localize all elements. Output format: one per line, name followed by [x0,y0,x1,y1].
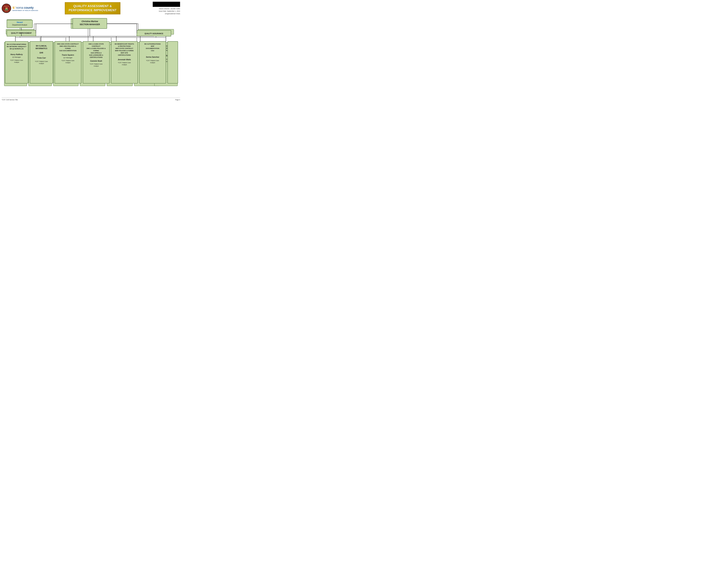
issue-date: Issue Date: September 1, 2024 [146,10,180,12]
svg-text:*CST: Patient Care: *CST: Patient Care [10,59,23,61]
svg-text:*CST: Patient Care: *CST: Patient Care [146,60,159,61]
title-banner: QUALITY ASSESSMENT & PERFORMANCE IMPROVE… [39,2,146,14]
svg-text:EHR: EHR [40,52,43,54]
svg-text:Analyst: Analyst [14,61,19,63]
svg-text:*CST: Patient Care: *CST: Patient Care [35,61,48,62]
svg-text:Serina Sanchez: Serina Sanchez [146,56,159,58]
svg-text:COUNTY OF: COUNTY OF [4,6,9,7]
dept-subtitle: DEPARTMENT OF HEALTH SERVICES [12,10,38,11]
svg-text:BH NETWORK ADEQUACY: BH NETWORK ADEQUACY [7,46,27,47]
svg-text:BH AUTHORIZATIONS: BH AUTHORIZATIONS [145,43,161,45]
svg-text:MHP STATE CONTRACT: MHP STATE CONTRACT [115,48,133,49]
svg-text:Analyst: Analyst [39,63,44,64]
svg-text:FORMS: FORMS [65,48,71,49]
svg-text:SECTION MANAGER: SECTION MANAGER [80,23,100,26]
page-title: QUALITY ASSESSMENT & PERFORMANCE IMPROVE… [69,4,116,12]
svg-point-6 [6,8,7,9]
svg-text:CSU: CSU [151,50,154,51]
svg-text:Analyst: Analyst [65,62,70,63]
svg-text:QI Manager: QI Manager [12,56,21,58]
svg-text:BH QI WORKPLAN: BH QI WORKPLAN [10,48,24,50]
county-seal: COUNTY OF SONOMA AGRICULTURE [2,4,11,13]
svg-text:MHP SITE: MHP SITE [121,52,128,54]
interim-director: Interim Director: Jennifer Solito [146,8,180,10]
svg-text:*CST: Patient Care: *CST: Patient Care [61,60,74,61]
svg-text:CONTRACT: CONTRACT [92,45,101,47]
svg-text:*CST: Patient Care: *CST: Patient Care [118,62,131,63]
page-wrapper: COUNTY OF SONOMA AGRICULTURE s○noma coun… [2,2,180,101]
org-chart-svg: Vacant Department Analyst QUALITY IMPROV… [2,17,180,99]
svg-text:Trista Carr: Trista Carr [37,57,46,59]
svg-text:Cammie Noah: Cammie Noah [90,60,102,62]
svg-text:Vacant: Vacant [17,21,23,23]
sonoma-logo: s○noma county DEPARTMENT OF HEALTH SERVI… [12,5,38,11]
svg-text:Christina Marlow: Christina Marlow [82,20,98,23]
svg-rect-87 [168,41,178,83]
svg-text:BH SYSTEM MONITORING: BH SYSTEM MONITORING [7,43,26,45]
svg-text:CERTIFICATIONS: CERTIFICATIONS [118,54,131,56]
svg-text:DOCUMENTATION: DOCUMENTATION [146,48,159,49]
svg-text:QA Manager: QA Manager [63,57,72,58]
svg-text:Jeremiah Watts: Jeremiah Watts [118,58,131,61]
svg-text:AGRICULTURE: AGRICULTURE [5,11,8,11]
svg-text:CERTIFICATIONS: CERTIFICATIONS [90,56,103,58]
svg-text:Tracie Squiers: Tracie Squiers [62,54,74,56]
header: COUNTY OF SONOMA AGRICULTURE s○noma coun… [2,2,180,15]
svg-text:QUALITY ASSURANCE: QUALITY ASSURANCE [145,33,163,35]
svg-text:Analyst: Analyst [122,64,127,66]
page-number: Page 5 [175,99,180,101]
title-box: QUALITY ASSESSMENT & PERFORMANCE IMPROVE… [65,2,120,14]
cst-note: *CST: Civil Service Title [2,99,18,101]
org-chart: Vacant Department Analyst QUALITY IMPROV… [2,17,180,99]
svg-text:DMC-ODS STATE CONTRACT: DMC-ODS STATE CONTRACT [57,43,79,45]
svg-text:DMC & SABG STATE: DMC & SABG STATE [89,43,104,45]
svg-text:FORMS: FORMS [93,50,99,51]
svg-text:BH BENEFICIARY RIGHTS: BH BENEFICIARY RIGHTS [115,43,134,45]
svg-text:DMC & SABG POLICIES &: DMC & SABG POLICIES & [87,48,106,49]
svg-text:SUD DOCUMENTATION: SUD DOCUMENTATION [59,50,76,51]
logo-area: COUNTY OF SONOMA AGRICULTURE s○noma coun… [2,4,39,13]
svg-text:Analyst: Analyst [150,62,155,63]
svg-text:DMC-ODS POLICIES &: DMC-ODS POLICIES & [60,45,76,47]
org-chart-label: (Organizational Chart) [146,12,180,15]
svg-text:*CST: Patient Care: *CST: Patient Care [90,63,103,65]
svg-text:Department Analyst: Department Analyst [12,24,27,26]
svg-text:SUD LICENSURE &: SUD LICENSURE & [89,54,103,56]
top-right-info: Interim Director: Jennifer Solito Issue … [146,2,180,15]
svg-text:Henry Rafferty: Henry Rafferty [10,53,23,55]
svg-text:INFORMATICS: INFORMATICS [36,48,47,49]
svg-text:& PROTECTIONS: & PROTECTIONS [118,45,131,47]
svg-text:BH CLINICAL: BH CLINICAL [36,45,47,47]
svg-text:SUD APPEALS: SUD APPEALS [91,52,102,54]
svg-text:Analyst: Analyst [94,65,99,67]
redacted-image [153,2,180,7]
svg-text:MHP: MHP [151,45,154,47]
svg-text:MHP POLICIES & FORMS: MHP POLICIES & FORMS [115,50,134,51]
